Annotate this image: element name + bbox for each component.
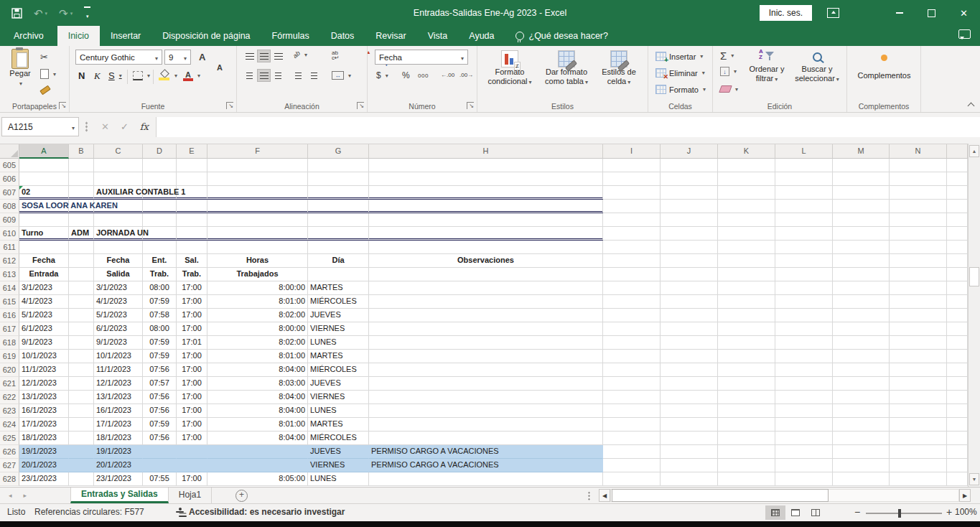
cell-X612[interactable] bbox=[947, 254, 968, 268]
cell-J613[interactable] bbox=[661, 268, 718, 281]
cell-B624[interactable] bbox=[69, 418, 94, 432]
cell-J618[interactable] bbox=[661, 336, 718, 350]
cell-A615[interactable]: 4/1/2023 bbox=[19, 295, 69, 309]
row-header-615[interactable]: 615 bbox=[0, 295, 19, 309]
scroll-down-icon[interactable]: ▼ bbox=[969, 473, 979, 485]
cell-L626[interactable] bbox=[775, 445, 833, 459]
sheet-nav-left-icon[interactable]: ◂ bbox=[9, 492, 12, 499]
cell-K608[interactable] bbox=[718, 200, 775, 213]
sheet-nav-right-icon[interactable]: ▸ bbox=[24, 492, 27, 499]
cell-H613[interactable] bbox=[369, 268, 603, 281]
page-break-view-button[interactable] bbox=[806, 505, 826, 520]
cell-X624[interactable] bbox=[947, 418, 968, 432]
cell-A623[interactable]: 16/1/2023 bbox=[19, 404, 69, 418]
bold-button[interactable]: N bbox=[78, 70, 85, 81]
cell-I618[interactable] bbox=[603, 336, 661, 350]
row-header-624[interactable]: 624 bbox=[0, 418, 19, 432]
cell-A627[interactable]: 20/1/2023 bbox=[19, 459, 69, 472]
cell-M606[interactable] bbox=[833, 172, 890, 186]
cell-B605[interactable] bbox=[69, 159, 94, 172]
cell-F606[interactable] bbox=[207, 172, 308, 186]
sheet-tab-hoja1[interactable]: Hoja1 bbox=[169, 488, 212, 503]
cell-X627[interactable] bbox=[947, 459, 968, 472]
align-left-button[interactable] bbox=[243, 69, 256, 82]
cell-E618[interactable]: 17:01 bbox=[177, 336, 207, 350]
cell-G617[interactable]: VIERNES bbox=[308, 322, 369, 336]
tab-fórmulas[interactable]: Fórmulas bbox=[261, 26, 320, 46]
cell-F605[interactable] bbox=[207, 159, 308, 172]
cell-M612[interactable] bbox=[833, 254, 890, 268]
feedback-icon[interactable] bbox=[958, 29, 971, 39]
cell-J623[interactable] bbox=[661, 404, 718, 418]
cell-M613[interactable] bbox=[833, 268, 890, 281]
row-header-612[interactable]: 612 bbox=[0, 254, 19, 268]
cell-B616[interactable] bbox=[69, 309, 94, 322]
cell-C624[interactable]: 17/1/2023 bbox=[94, 418, 143, 432]
customize-quick-access-icon[interactable] bbox=[84, 6, 90, 19]
cell-F618[interactable]: 8:02:00 bbox=[207, 336, 308, 350]
cell-X614[interactable] bbox=[947, 281, 968, 295]
cell-A608[interactable]: SOSA LOOR ANA KAREN bbox=[19, 200, 69, 213]
cell-D617[interactable]: 08:00 bbox=[143, 322, 177, 336]
cell-L624[interactable] bbox=[775, 418, 833, 432]
cell-B610[interactable]: ADM bbox=[69, 227, 94, 241]
cell-F607[interactable] bbox=[207, 186, 308, 200]
cell-G627[interactable]: VIERNES bbox=[308, 459, 369, 472]
minimize-button[interactable] bbox=[883, 0, 915, 26]
cell-J627[interactable] bbox=[661, 459, 718, 472]
cell-X605[interactable] bbox=[947, 159, 968, 172]
cell-D622[interactable]: 07:56 bbox=[143, 391, 177, 404]
ribbon-display-options-icon[interactable] bbox=[827, 8, 839, 18]
cell-L609[interactable] bbox=[775, 213, 833, 227]
column-header-M[interactable]: M bbox=[833, 144, 890, 159]
scroll-up-icon[interactable]: ▲ bbox=[969, 145, 979, 157]
column-header-G[interactable]: G bbox=[308, 144, 369, 159]
orientation-button[interactable]: ab bbox=[293, 51, 307, 58]
currency-format-button[interactable]: $ bbox=[376, 70, 388, 80]
cell-H619[interactable] bbox=[369, 350, 603, 363]
cut-button[interactable]: ✂ bbox=[40, 52, 48, 62]
delete-cells-button[interactable]: ✕Eliminar bbox=[655, 68, 705, 78]
cell-K618[interactable] bbox=[718, 336, 775, 350]
cell-E610[interactable] bbox=[177, 227, 207, 241]
cell-B621[interactable] bbox=[69, 377, 94, 391]
cell-I614[interactable] bbox=[603, 281, 661, 295]
cell-D618[interactable]: 07:59 bbox=[143, 336, 177, 350]
cell-X608[interactable] bbox=[947, 200, 968, 213]
cell-E612[interactable]: Sal. bbox=[177, 254, 207, 268]
cell-F611[interactable] bbox=[207, 241, 308, 254]
new-sheet-icon[interactable]: + bbox=[235, 490, 248, 502]
cell-F627[interactable] bbox=[207, 459, 308, 472]
accessibility-status[interactable]: Accesibilidad: es necesario investigar bbox=[189, 507, 345, 517]
undo-icon[interactable]: ↶ bbox=[34, 8, 47, 19]
cell-C625[interactable]: 18/1/2023 bbox=[94, 432, 143, 445]
cell-X623[interactable] bbox=[947, 404, 968, 418]
cell-A620[interactable]: 11/1/2023 bbox=[19, 363, 69, 377]
cell-N622[interactable] bbox=[890, 391, 947, 404]
tab-datos[interactable]: Datos bbox=[320, 26, 365, 46]
cell-F612[interactable]: Horas bbox=[207, 254, 308, 268]
cell-I612[interactable] bbox=[603, 254, 661, 268]
cell-N606[interactable] bbox=[890, 172, 947, 186]
cell-X626[interactable] bbox=[947, 445, 968, 459]
cell-A616[interactable]: 5/1/2023 bbox=[19, 309, 69, 322]
cell-N618[interactable] bbox=[890, 336, 947, 350]
cell-H612[interactable]: Observaciones bbox=[369, 254, 603, 268]
save-icon[interactable] bbox=[11, 8, 22, 19]
number-format-combo[interactable]: Fecha bbox=[375, 50, 468, 65]
align-bottom-button[interactable] bbox=[271, 50, 285, 62]
cell-K611[interactable] bbox=[718, 241, 775, 254]
cell-C612[interactable]: Fecha bbox=[94, 254, 143, 268]
cell-A624[interactable]: 17/1/2023 bbox=[19, 418, 69, 432]
cell-A618[interactable]: 9/1/2023 bbox=[19, 336, 69, 350]
cell-K610[interactable] bbox=[718, 227, 775, 241]
zoom-slider-thumb[interactable] bbox=[898, 509, 901, 518]
cell-N625[interactable] bbox=[890, 432, 947, 445]
cell-A613[interactable]: Entrada bbox=[19, 268, 69, 281]
cell-X618[interactable] bbox=[947, 336, 968, 350]
cell-N605[interactable] bbox=[890, 159, 947, 172]
row-header-611[interactable]: 611 bbox=[0, 241, 19, 254]
align-top-button[interactable] bbox=[243, 50, 256, 62]
cell-B618[interactable] bbox=[69, 336, 94, 350]
enter-formula-icon[interactable]: ✓ bbox=[121, 121, 129, 132]
